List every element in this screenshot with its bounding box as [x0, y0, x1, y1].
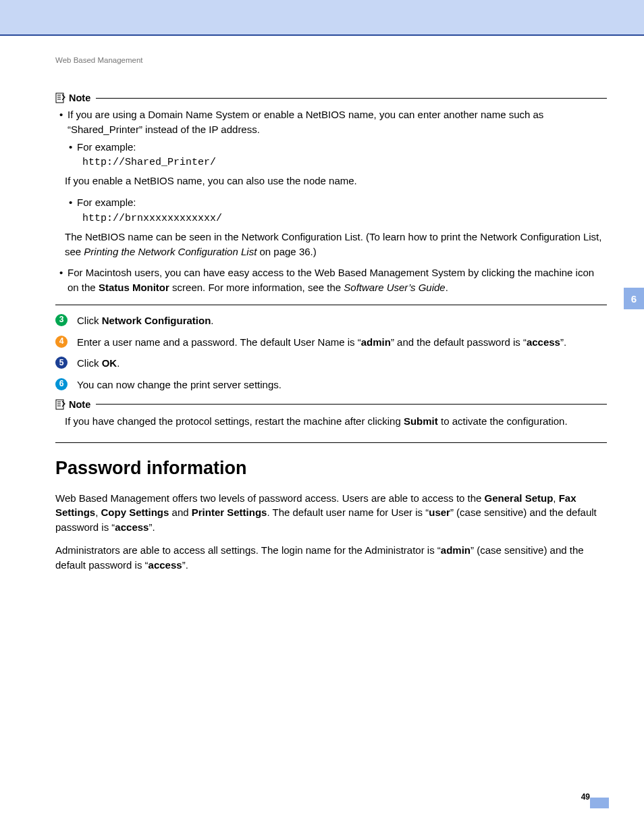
note2-text: If you have changed the protocol setting… [65, 414, 607, 429]
txt: . The default user name for User is “ [267, 506, 429, 518]
ok-label: OK [102, 357, 117, 369]
txt: . [211, 315, 213, 326]
page-number: 49 [581, 792, 590, 802]
step-4-text: Enter a user name and a password. The de… [77, 335, 607, 350]
txt: ” and the default password is “ [391, 336, 527, 348]
txt: screen. For more information, see the [169, 282, 344, 293]
bullet-dot: • [55, 107, 68, 137]
admin-label: admin [361, 336, 391, 348]
ref-link: Printing the Network Configuration List [84, 246, 257, 257]
section-p1: Web Based Management offers two levels o… [55, 491, 607, 535]
txt: Enter a user name and a password. The de… [77, 336, 361, 348]
note-header-2: Note [55, 399, 607, 410]
general-setup-label: General Setup [485, 492, 554, 504]
note1-mac-bullet: • For Macintosh users, you can have easy… [55, 265, 607, 295]
note-icon [55, 93, 66, 103]
section-heading: Password information [55, 458, 607, 479]
step-6-text: You can now change the print server sett… [77, 378, 607, 392]
step-badge-3: 3 [55, 314, 68, 326]
bullet-dot: • [55, 265, 68, 295]
admin-password-label: access [149, 559, 182, 571]
step-5-text: Click OK. [77, 356, 607, 371]
code-line-2: http://brnxxxxxxxxxxxx/ [82, 213, 607, 224]
note1-example2: • For example: [65, 195, 607, 210]
note-label: Note [69, 93, 90, 103]
section-p2: Administrators are able to access all se… [55, 543, 607, 573]
submit-label: Submit [404, 415, 438, 427]
step-badge-6: 6 [55, 378, 68, 390]
note1-example1: • For example: [65, 140, 607, 155]
note-icon [55, 399, 66, 410]
bullet-dot: • [65, 195, 77, 210]
step-badge-5: 5 [55, 357, 68, 369]
step-badge-4: 4 [55, 336, 68, 348]
txt: ”. [149, 521, 155, 533]
txt: . [446, 282, 448, 293]
netbios-line: If you enable a NetBIOS name, you can al… [65, 174, 607, 188]
top-band [0, 0, 644, 36]
for-example-text: For example: [77, 140, 607, 155]
step-5: 5 Click OK. [55, 356, 607, 371]
txt: Web Based Management offers two levels o… [55, 492, 485, 504]
txt: ”. [560, 336, 566, 348]
txt: Click [77, 357, 102, 369]
note-label-2: Note [69, 399, 90, 410]
txt: Administrators are able to access all se… [55, 544, 441, 556]
txt: If you have changed the protocol setting… [65, 415, 404, 427]
password-access-label: access [115, 521, 149, 533]
note-block-2: Note If you have changed the protocol se… [55, 399, 607, 443]
txt: , [553, 492, 558, 504]
network-config-label: Network Configuration [102, 315, 211, 326]
step-6: 6 You can now change the print server se… [55, 378, 607, 392]
for-example-text-2: For example: [77, 195, 607, 210]
footer: 49 [0, 788, 644, 808]
note-rule [96, 404, 607, 405]
txt: on page 36.) [257, 246, 316, 257]
username-user-label: user [429, 506, 450, 518]
step-4: 4 Enter a user name and a password. The … [55, 335, 607, 350]
admin-login-label: admin [441, 544, 471, 556]
txt: ”. [182, 559, 188, 571]
step-3-text: Click Network Configuration. [77, 313, 607, 328]
txt: to activate the configuration. [438, 415, 568, 427]
note1-bullet1-text: If you are using a Domain Name System or… [68, 107, 607, 137]
note1-bullet1: • If you are using a Domain Name System … [55, 107, 607, 137]
page-content: Web Based Management Note • If you are u… [0, 36, 644, 572]
note-block-1: Note • If you are using a Domain Name Sy… [55, 93, 607, 305]
code-line-1: http://Shared_Printer/ [82, 157, 607, 168]
txt: and [169, 506, 191, 518]
access-label: access [527, 336, 560, 348]
status-monitor-label: Status Monitor [99, 282, 169, 293]
running-header: Web Based Management [55, 56, 607, 64]
printer-settings-label: Printer Settings [192, 506, 267, 518]
software-guide-ref: Software User’s Guide [344, 282, 445, 293]
mac-text: For Macintosh users, you can have easy a… [68, 265, 607, 295]
footer-block [590, 798, 609, 808]
txt: . [117, 357, 119, 369]
txt: Click [77, 315, 102, 326]
note-header: Note [55, 93, 607, 103]
txt: , [95, 506, 101, 518]
note-rule [96, 98, 607, 99]
netbios-list-text: The NetBIOS name can be seen in the Netw… [65, 230, 607, 259]
step-3: 3 Click Network Configuration. [55, 313, 607, 328]
bullet-dot: • [65, 140, 77, 155]
copy-settings-label: Copy Settings [101, 506, 169, 518]
